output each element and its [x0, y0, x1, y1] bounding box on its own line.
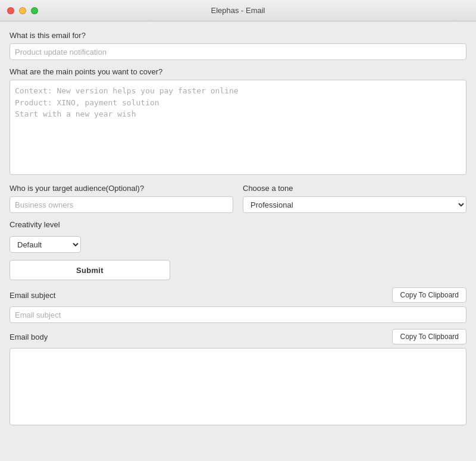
email-body-row: Email body Copy To Clipboard [10, 329, 466, 425]
email-body-header: Email body Copy To Clipboard [10, 329, 466, 344]
main-content: What is this email for? What are the mai… [0, 21, 476, 435]
close-button[interactable] [7, 7, 14, 14]
main-points-group: What are the main points you want to cov… [10, 67, 466, 177]
output-section: Email subject Copy To Clipboard Email bo… [10, 287, 466, 425]
audience-tone-row: Who is your target audience(Optional)? C… [10, 184, 466, 213]
copy-subject-button[interactable]: Copy To Clipboard [392, 287, 466, 303]
maximize-button[interactable] [31, 7, 38, 14]
submit-button[interactable]: Submit [10, 260, 170, 280]
email-purpose-label: What is this email for? [10, 31, 466, 40]
target-audience-label: Who is your target audience(Optional)? [10, 184, 233, 193]
minimize-button[interactable] [19, 7, 26, 14]
email-body-textarea[interactable] [10, 348, 466, 425]
creativity-label: Creativity level [10, 220, 466, 229]
creativity-select[interactable]: Default Low Medium High [10, 236, 81, 253]
title-bar: Elephas - Email [0, 0, 476, 21]
email-purpose-group: What is this email for? [10, 31, 466, 60]
main-points-input[interactable] [10, 80, 466, 175]
target-audience-input[interactable] [10, 196, 233, 213]
email-subject-row: Email subject Copy To Clipboard [10, 287, 466, 323]
window-title: Elephas - Email [211, 6, 265, 15]
traffic-lights [7, 7, 38, 14]
target-audience-col: Who is your target audience(Optional)? [10, 184, 233, 213]
email-body-label: Email body [10, 333, 48, 341]
copy-body-button[interactable]: Copy To Clipboard [392, 329, 466, 344]
choose-tone-label: Choose a tone [243, 184, 466, 193]
creativity-section: Creativity level Default Low Medium High [10, 220, 466, 253]
submit-section: Submit [10, 260, 466, 280]
main-points-label: What are the main points you want to cov… [10, 67, 466, 76]
email-subject-input[interactable] [10, 306, 466, 323]
email-subject-header: Email subject Copy To Clipboard [10, 287, 466, 303]
email-subject-label: Email subject [10, 291, 55, 300]
tone-select[interactable]: Professional Casual Formal Friendly Humo… [243, 196, 466, 213]
email-purpose-input[interactable] [10, 43, 466, 60]
tone-col: Choose a tone Professional Casual Formal… [243, 184, 466, 213]
